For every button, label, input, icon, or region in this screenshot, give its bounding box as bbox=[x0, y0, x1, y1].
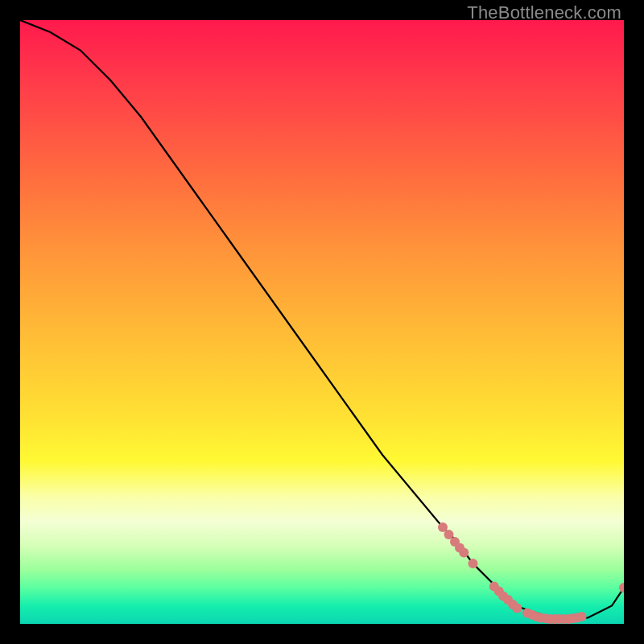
chart-markers bbox=[438, 522, 624, 624]
data-point bbox=[469, 559, 478, 568]
data-point bbox=[512, 604, 522, 613]
watermark-text: TheBottleneck.com bbox=[467, 2, 621, 23]
chart-plot-area bbox=[20, 20, 624, 624]
data-point bbox=[619, 583, 624, 592]
data-point bbox=[459, 548, 469, 558]
data-point bbox=[577, 612, 587, 621]
chart-svg bbox=[20, 20, 624, 624]
chart-curve bbox=[20, 20, 624, 618]
